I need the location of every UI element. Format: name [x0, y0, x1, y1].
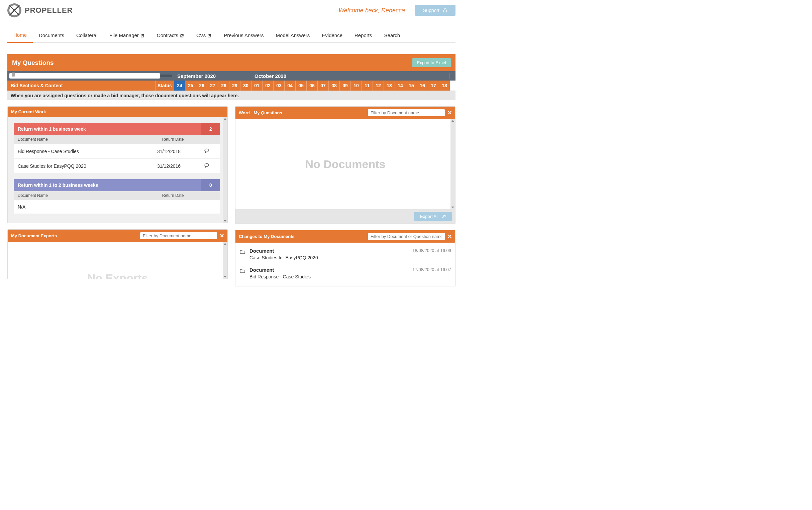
nav-item-collateral[interactable]: Collateral: [70, 29, 103, 42]
exports-filter-input[interactable]: [140, 232, 217, 239]
col-return-date: Return Date: [144, 135, 201, 144]
timeline-day[interactable]: 28: [218, 81, 229, 91]
timeline-day[interactable]: 03: [273, 81, 284, 91]
arrow-up-right-icon: [442, 215, 446, 218]
timeline-day[interactable]: 30: [240, 81, 251, 91]
changes-to-my-documents-panel: Changes to My Documents ✕ Document Case …: [235, 230, 456, 287]
timeline-day[interactable]: 24: [174, 81, 185, 91]
export-all-button[interactable]: Export All: [414, 212, 452, 221]
scrollbar[interactable]: [223, 117, 227, 223]
timeline-day[interactable]: 02: [262, 81, 273, 91]
timeline-day[interactable]: 05: [295, 81, 306, 91]
timeline-day[interactable]: 09: [340, 81, 350, 91]
folder-icon: [239, 249, 245, 255]
nav-item-model-answers[interactable]: Model Answers: [270, 29, 316, 42]
svg-point-3: [13, 9, 16, 11]
timeline-slider[interactable]: [7, 71, 174, 81]
work-group-header[interactable]: Return within 1 to 2 business weeks 0: [14, 179, 220, 191]
comment-icon[interactable]: [204, 163, 209, 168]
col-return-date: Return Date: [144, 191, 201, 200]
work-group-count: 2: [201, 123, 220, 135]
nav-item-cvs[interactable]: CVs: [190, 29, 218, 42]
nav-item-search[interactable]: Search: [378, 29, 406, 42]
timeline-day[interactable]: 18: [439, 81, 450, 91]
scrollbar[interactable]: [451, 119, 455, 209]
my-questions-section: My Questions Export to Excel Bid Section…: [7, 54, 456, 100]
timeline-day[interactable]: 29: [229, 81, 240, 91]
change-row[interactable]: Document Case Studies for EasyPQQ 2020 1…: [239, 245, 451, 264]
nav-item-file-manager[interactable]: File Manager: [103, 29, 151, 42]
my-document-exports-panel: My Document Exports ✕ No Exports: [7, 229, 228, 279]
nav-item-contracts[interactable]: Contracts: [151, 29, 190, 42]
nav-item-previous-answers[interactable]: Previous Answers: [218, 29, 269, 42]
timeline: Bid Sections & Content Status September …: [7, 71, 456, 91]
export-to-excel-button[interactable]: Export to Excel: [412, 58, 451, 67]
timeline-day[interactable]: 01: [251, 81, 262, 91]
timeline-day[interactable]: 25: [185, 81, 196, 91]
timeline-day[interactable]: 11: [361, 81, 373, 91]
svg-point-9: [205, 164, 209, 167]
timeline-day[interactable]: 13: [384, 81, 395, 91]
timeline-day[interactable]: 08: [328, 81, 340, 91]
comment-icon[interactable]: [204, 148, 209, 153]
row-date: 31/12/2016: [141, 163, 197, 169]
panel-title: My Document Exports: [11, 233, 138, 238]
timeline-month: October 2020: [251, 73, 450, 79]
my-questions-title: My Questions: [12, 59, 54, 66]
timeline-day[interactable]: 12: [373, 81, 384, 91]
timeline-day[interactable]: 15: [406, 81, 417, 91]
nav-item-reports[interactable]: Reports: [348, 29, 378, 42]
nav-item-evidence[interactable]: Evidence: [316, 29, 348, 42]
support-label: Support: [423, 8, 439, 13]
change-row[interactable]: Document Bid Response - Case Studies 17/…: [239, 264, 451, 283]
logo[interactable]: PROPELLER: [7, 3, 72, 18]
external-link-icon: [141, 33, 145, 37]
no-exports-text: No Exports: [87, 272, 148, 279]
panel-title: Word - My Questions: [239, 110, 365, 115]
row-name: Bid Response - Case Studies: [18, 149, 141, 154]
timeline-day[interactable]: 07: [317, 81, 328, 91]
lock-icon: [443, 8, 447, 13]
work-group-label: Return within 1 to 2 business weeks: [14, 179, 201, 191]
timeline-day[interactable]: 04: [284, 81, 295, 91]
timeline-day[interactable]: 06: [306, 81, 317, 91]
timeline-day[interactable]: 17: [428, 81, 439, 91]
change-name: Bid Response - Case Studies: [250, 274, 408, 279]
svg-rect-4: [444, 10, 447, 12]
change-time: 17/08/2020 at 16:07: [412, 267, 451, 272]
close-icon[interactable]: ✕: [220, 233, 224, 239]
timeline-day[interactable]: 10: [350, 81, 361, 91]
word-my-questions-panel: Word - My Questions ✕ No Documents Expor…: [235, 106, 456, 224]
timeline-day[interactable]: 27: [207, 81, 218, 91]
change-type: Document: [250, 267, 408, 273]
nav-item-documents[interactable]: Documents: [33, 29, 70, 42]
scrollbar[interactable]: [223, 242, 227, 279]
support-button[interactable]: Support: [415, 5, 456, 16]
status-column-header: Status: [155, 81, 174, 91]
word-filter-input[interactable]: [368, 109, 445, 116]
close-icon[interactable]: ✕: [447, 110, 452, 116]
work-group-label: Return within 1 business week: [14, 123, 201, 135]
export-all-label: Export All: [420, 214, 438, 219]
timeline-day[interactable]: 26: [196, 81, 207, 91]
work-row[interactable]: Bid Response - Case Studies 31/12/2018: [14, 144, 220, 158]
bid-sections-label: Bid Sections & Content: [7, 83, 155, 88]
header: PROPELLER Welcome back, Rebecca Support: [1, 0, 462, 19]
work-row[interactable]: N/A: [14, 200, 220, 214]
row-name: N/A: [18, 204, 141, 210]
work-group-header[interactable]: Return within 1 business week 2: [14, 123, 220, 135]
row-date: 31/12/2018: [141, 149, 197, 154]
timeline-day[interactable]: 14: [395, 81, 406, 91]
svg-point-8: [205, 149, 209, 152]
timeline-month: September 2020: [174, 73, 251, 79]
close-icon[interactable]: ✕: [447, 233, 452, 240]
changes-filter-input[interactable]: [368, 233, 445, 240]
propeller-icon: [7, 3, 21, 18]
welcome-text: Welcome back, Rebecca: [339, 7, 405, 14]
work-group-count: 0: [201, 179, 220, 191]
main-nav: HomeDocumentsCollateralFile ManagerContr…: [7, 29, 456, 43]
nav-item-home[interactable]: Home: [7, 29, 33, 43]
work-row[interactable]: Case Studies for EasyPQQ 2020 31/12/2016: [14, 158, 220, 173]
change-type: Document: [250, 248, 408, 254]
timeline-day[interactable]: 16: [417, 81, 428, 91]
